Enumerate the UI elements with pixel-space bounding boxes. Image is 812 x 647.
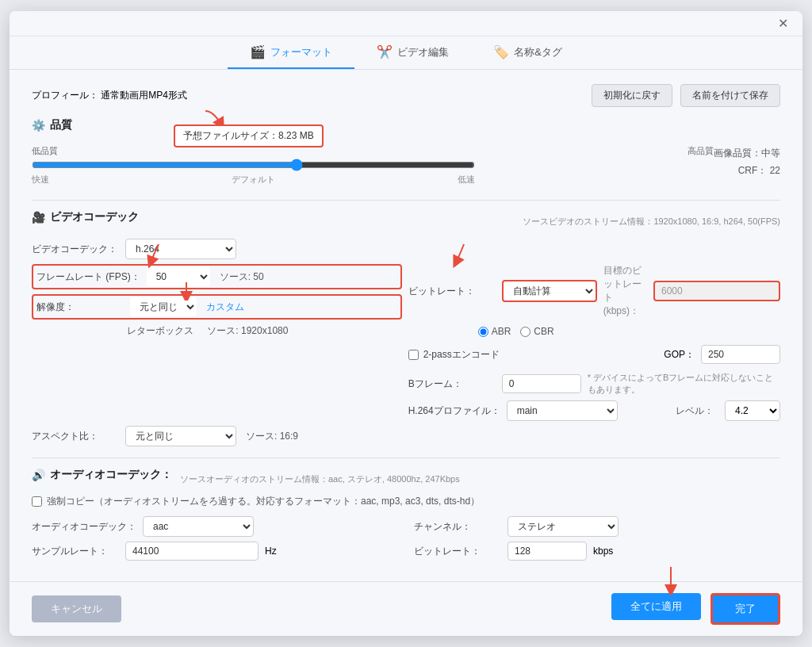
bitrate-label: ビットレート： <box>408 285 496 298</box>
level-label: レベル： <box>676 404 714 418</box>
save-as-button[interactable]: 名前を付けて保存 <box>680 84 780 107</box>
force-copy-checkbox[interactable] <box>32 496 42 507</box>
framerate-container: フレームレート (FPS)： 50 ソース: 50 <box>32 264 402 289</box>
cbr-radio-label[interactable]: CBR <box>520 326 553 337</box>
cbr-radio[interactable] <box>520 327 530 337</box>
audio-section: 🔊 オーディオコーデック： ソースオーディオのストリーム情報：aac, ステレオ… <box>32 468 780 565</box>
bitrate-row: ビットレート： 自動計算 目標のビットレート(kbps)： <box>408 264 780 318</box>
audio-icon: 🔊 <box>32 469 45 481</box>
fast-label: 快速 <box>32 174 49 186</box>
samplerate-row: サンプルレート： Hz <box>32 542 398 561</box>
framerate-label: フレームレート (FPS)： <box>36 270 140 284</box>
samplerate-input[interactable] <box>125 542 259 561</box>
aspect-label: アスペクト比： <box>32 430 119 443</box>
audio-codec-label: オーディオコーデック： <box>32 520 136 534</box>
crf-label: CRF： <box>738 165 768 176</box>
framerate-source: ソース: 50 <box>220 270 264 284</box>
aspect-select[interactable]: 元と同じ <box>125 426 236 446</box>
footer: キャンセル 全てに適用 完了 <box>10 581 802 636</box>
audio-codec-select[interactable]: aac <box>143 516 254 537</box>
aspect-source: ソース: 16:9 <box>246 430 298 443</box>
audio-title-text: オーディオコーデック： <box>50 468 172 482</box>
video-codec-section: 🎥 ビデオコーデック ソースビデオのストリーム情報：1920x1080, 16:… <box>32 210 780 446</box>
audio-bitrate-row: ビットレート： kbps <box>414 542 780 561</box>
abr-cbr-row: ABR CBR <box>478 326 780 337</box>
abr-radio[interactable] <box>478 327 488 337</box>
video-codec-icon: 🎥 <box>32 211 45 224</box>
twopass-checkbox[interactable] <box>408 350 419 360</box>
target-bitrate-label: 目標のビットレート(kbps)： <box>603 264 647 318</box>
divider-2 <box>32 457 780 458</box>
speed-labels: 快速 デフォルト 低速 <box>32 174 475 186</box>
tab-video-edit[interactable]: ✂️ ビデオ編集 <box>354 36 471 69</box>
audio-codec-row: オーディオコーデック： aac <box>32 516 398 537</box>
bframe-input[interactable] <box>502 374 581 393</box>
abr-radio-label[interactable]: ABR <box>478 326 511 337</box>
channel-select[interactable]: ステレオ <box>508 516 619 537</box>
low-quality-label: 低品質 <box>32 145 58 157</box>
quality-icon: ⚙️ <box>32 119 45 132</box>
codec-label: ビデオコーデック： <box>32 243 119 256</box>
crf-row: CRF： 22 <box>714 163 780 180</box>
tab-bar: 🎬 フォーマット ✂️ ビデオ編集 🏷️ 名称&タグ <box>10 36 802 70</box>
image-quality-label: 画像品質：中等 <box>714 145 780 163</box>
bitrate-container: ビットレート： 自動計算 目標のビットレート(kbps)： <box>408 264 780 318</box>
tab-name-tag[interactable]: 🏷️ 名称&タグ <box>471 36 584 69</box>
arrow-to-framerate <box>143 240 170 270</box>
tab-format[interactable]: 🎬 フォーマット <box>228 36 354 69</box>
custom-label[interactable]: カスタム <box>206 301 244 314</box>
bframe-label: Bフレーム： <box>408 377 496 391</box>
audio-bitrate-unit: kbps <box>593 546 613 557</box>
codec-grid: フレームレート (FPS)： 50 ソース: 50 <box>32 264 780 421</box>
target-bitrate-input[interactable] <box>653 281 780 301</box>
quality-info: 画像品質：中等 CRF： 22 <box>714 145 780 179</box>
resolution-label: 解像度： <box>36 301 124 314</box>
quality-col: 低品質 高品質 快速 デフォルト 低速 <box>32 145 714 186</box>
tab-name-tag-label: 名称&タグ <box>514 45 562 59</box>
audio-title: 🔊 オーディオコーデック： <box>32 468 172 482</box>
video-edit-icon: ✂️ <box>377 44 393 59</box>
video-source-info: ソースビデオのストリーム情報：1920x1080, 16:9, h264, 50… <box>523 216 780 228</box>
video-codec-title-text: ビデオコーデック <box>50 210 139 224</box>
high-quality-label: 高品質 <box>688 145 714 157</box>
resolution-row: 解像度： 元と同じ カスタム <box>32 294 402 320</box>
video-codec-title: 🎥 ビデオコーデック <box>32 210 139 224</box>
cbr-label: CBR <box>534 326 553 337</box>
channel-label: チャンネル： <box>414 520 501 534</box>
resolution-source: ソース: 1920x1080 <box>207 325 288 336</box>
ok-arrow-container: 全てに適用 <box>611 593 701 625</box>
ok-button[interactable]: 完了 <box>710 593 780 625</box>
letterbox-label: レターボックス <box>127 325 193 336</box>
h264-profile-select[interactable]: main <box>507 400 618 421</box>
tab-video-edit-label: ビデオ編集 <box>397 45 449 59</box>
audio-form-grid: オーディオコーデック： aac サンプルレート： Hz チャンネル： <box>32 516 780 565</box>
quality-labels: 低品質 高品質 <box>32 145 714 157</box>
slow-label: 低速 <box>458 174 475 186</box>
close-button[interactable]: ✕ <box>773 14 793 33</box>
bitrate-select[interactable]: 自動計算 <box>502 280 597 302</box>
h264-profile-label: H.264プロファイル： <box>408 404 500 418</box>
main-window: ✕ 🎬 フォーマット ✂️ ビデオ編集 🏷️ 名称&タグ プロフィール： 通常動… <box>10 11 802 636</box>
title-bar: ✕ <box>10 11 802 36</box>
video-codec-header: 🎥 ビデオコーデック ソースビデオのストリーム情報：1920x1080, 16:… <box>32 210 780 232</box>
quality-slider[interactable] <box>32 159 475 171</box>
left-col: フレームレート (FPS)： 50 ソース: 50 <box>32 264 402 421</box>
twopass-label: 2-passエンコード <box>423 348 500 362</box>
channel-row: チャンネル： ステレオ <box>414 516 780 537</box>
audio-bitrate-label: ビットレート： <box>414 545 501 558</box>
codec-select[interactable]: h.264 <box>125 239 236 259</box>
abr-label: ABR <box>492 326 511 337</box>
divider-1 <box>32 200 780 201</box>
cancel-button[interactable]: キャンセル <box>32 595 121 622</box>
apply-all-button[interactable]: 全てに適用 <box>611 593 701 620</box>
quality-title-text: 品質 <box>50 118 72 132</box>
profile-row: プロフィール： 通常動画用MP4形式 初期化に戻す 名前を付けて保存 <box>32 84 780 107</box>
bframe-row: Bフレーム： * デバイスによってBフレームに対応しないこともあります。 <box>408 372 780 396</box>
reset-button[interactable]: 初期化に戻す <box>592 84 672 107</box>
h264-row: H.264プロファイル： main レベル： 4.2 <box>408 400 780 421</box>
audio-bitrate-input[interactable] <box>508 542 587 561</box>
level-select[interactable]: 4.2 <box>725 400 780 421</box>
arrow-to-bitrate <box>448 240 476 270</box>
twopass-row: 2-passエンコード GOP： <box>408 345 780 364</box>
gop-input[interactable] <box>701 345 780 364</box>
